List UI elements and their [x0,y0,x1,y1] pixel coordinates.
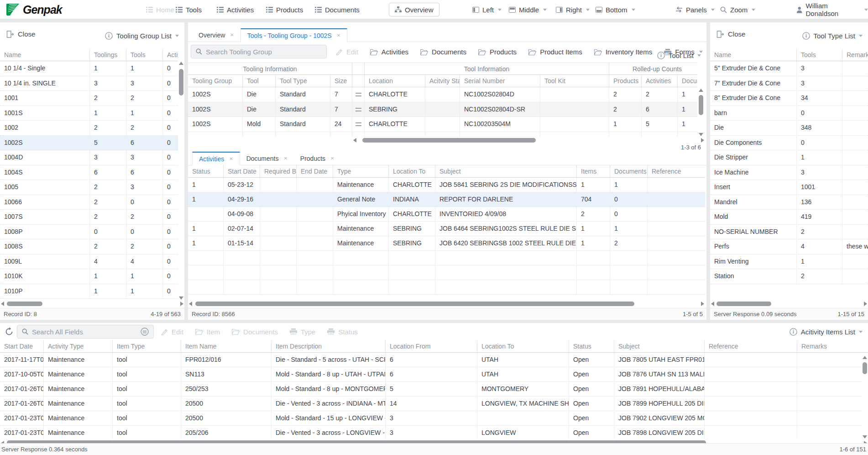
column-header[interactable]: Size [330,75,352,87]
column-header[interactable]: Remarks [842,49,868,61]
table-row[interactable]: 7" Extruder Die & Cone3 [710,76,868,91]
tools-horizontal-scrollbar[interactable] [352,137,705,143]
edit-button[interactable]: Edit [335,48,358,56]
left-horizontal-scrollbar[interactable] [0,301,184,307]
table-row[interactable]: Die Components0 [710,136,868,151]
products-button[interactable]: Products [478,48,517,56]
tab-overview[interactable]: Overview✕ [192,28,241,42]
bottom-vertical-scrollbar[interactable] [862,355,868,439]
table-row[interactable] [188,265,705,280]
column-header[interactable]: Subject [435,165,577,177]
search-options-icon[interactable] [141,328,149,336]
tab-close-icon[interactable]: ✕ [337,29,340,42]
column-header[interactable]: Acitvity Status [425,75,460,87]
table-row[interactable]: 2017-01-26T0...Maintenancetool20500Die -… [0,397,868,411]
drag-handle-icon[interactable] [356,93,361,96]
overview-button[interactable]: Overview [389,3,439,16]
scrollbar-thumb[interactable] [699,95,703,115]
layout-left-menu[interactable]: Left [472,0,502,19]
item-button[interactable]: Item [195,328,220,336]
layout-middle-menu[interactable]: Middle [509,0,547,19]
product-items-button[interactable]: Product Items [528,48,582,56]
scroll-down-icon[interactable] [699,133,703,136]
table-row[interactable]: 1002SMoldStandard24CHARLOTTENC100203504M… [188,117,697,132]
table-row[interactable]: 2017-01-26T0...Maintenancetool250/253Mol… [0,382,868,397]
column-header[interactable]: Items [577,165,610,177]
scrollbar-thumb[interactable] [195,302,634,306]
nav-activities[interactable]: Activities [217,0,254,19]
column-header[interactable]: Reference [648,165,705,177]
table-row[interactable]: 1010P110 [0,284,178,299]
table-row[interactable]: 1001S110 [0,106,178,121]
nav-home[interactable]: Home [146,0,174,19]
column-header[interactable]: Products [609,75,642,87]
inventory-items-button[interactable]: Inventory Items [594,48,653,56]
table-row[interactable]: 1010K110 [0,269,178,284]
scrollbar-thumb[interactable] [7,302,42,306]
column-header[interactable]: Tool Kit [540,75,609,87]
table-row[interactable]: 1002S560 [0,136,178,151]
nav-products[interactable]: Products [266,0,303,19]
scroll-left-icon[interactable] [189,302,192,306]
close-button[interactable]: Close [6,30,35,38]
table-row[interactable]: 10 1/4 - Single110 [0,61,178,76]
column-header[interactable]: Item Name [181,340,272,352]
tab-tools-tooling-group[interactable]: Tools - Tooling Group - 1002S✕ [241,28,347,42]
tool-type-list-dropdown[interactable]: Tool Type List [802,30,863,41]
column-header[interactable]: Type [333,165,389,177]
column-header[interactable]: Activity Type [44,340,113,352]
table-row[interactable]: Die348 [710,121,868,136]
column-header[interactable]: Tooling Group [188,75,243,87]
scroll-right-icon[interactable] [701,138,704,143]
column-header[interactable]: Documents [678,75,697,87]
column-header[interactable]: Serial Number [460,75,540,87]
scroll-up-icon[interactable] [699,89,703,92]
drag-handle-icon[interactable] [356,108,361,111]
table-row[interactable]: 1008S220 [0,239,178,254]
column-header[interactable]: Start Date [0,340,44,352]
left-vertical-scrollbar[interactable] [178,61,184,301]
panels-menu[interactable]: Panels [675,0,715,19]
table-row[interactable]: 10066200 [0,195,178,210]
scroll-right-icon[interactable] [180,302,183,306]
tooling-group-search-input[interactable]: Search Tooling Group [191,45,327,58]
table-row[interactable]: 2017-01-23T0...Maintenancetool205/206Die… [0,426,868,439]
column-header[interactable]: Name [0,49,90,61]
layout-bottom-menu[interactable]: Bottom [596,0,635,19]
table-row[interactable]: 1008P000 [0,225,178,240]
nav-tools[interactable]: Tools [176,0,202,19]
table-row[interactable]: 2017-10-05T0...MaintenancetoolSN113Mold … [0,367,868,382]
column-header[interactable]: Reference [705,340,797,352]
column-header[interactable]: Tool Type [276,75,330,87]
activities-button[interactable]: Activities [370,48,408,56]
table-row[interactable]: 104-29-16General NoteINDIANAREPORT FOR D… [188,192,705,207]
column-header[interactable]: Remarks [797,340,868,352]
edit-button[interactable]: Edit [161,328,183,336]
column-header[interactable]: Location From [386,340,477,352]
table-row[interactable]: Mandrel136 [710,195,868,210]
scroll-left-icon[interactable] [353,138,356,143]
column-header[interactable]: Tools [126,49,163,61]
layout-right-menu[interactable]: Right [556,0,590,19]
table-row[interactable]: Insert1001 [710,180,868,195]
column-header[interactable]: Tool [243,75,276,87]
close-button[interactable]: Close [716,30,745,38]
column-header[interactable]: Tools [797,49,842,61]
table-row[interactable]: 1009L440 [0,254,178,270]
table-row[interactable]: barn0 [710,106,868,121]
table-row[interactable]: 102-07-14MaintenanceSEBRINGJOB 6464 SEBR… [188,222,705,236]
column-header[interactable]: Toolings [90,49,126,61]
documents-button[interactable]: Documents [232,328,278,336]
scrollbar-thumb[interactable] [362,138,536,143]
column-header[interactable]: Location To [389,165,435,177]
tab-products[interactable]: Products✕ [294,152,341,165]
table-row[interactable] [188,251,705,265]
table-row[interactable]: NO-SERIAL NUMBER2 [710,225,868,240]
column-header[interactable]: Start Date [224,165,260,177]
column-header[interactable]: Activities [642,75,678,87]
column-header[interactable]: Location To [477,340,569,352]
column-header[interactable]: Status [188,165,224,177]
table-row[interactable]: 2017-01-23T0...Maintenancetool20500Mold … [0,411,868,426]
tab-close-icon[interactable]: ✕ [283,152,287,165]
scroll-left-icon[interactable] [711,302,714,306]
